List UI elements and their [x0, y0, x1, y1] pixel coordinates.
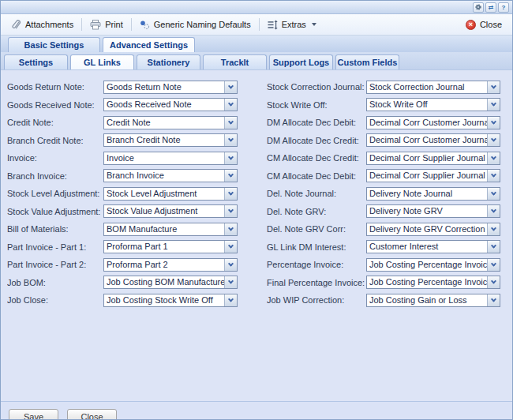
combobox-dropdown-button[interactable] [487, 134, 500, 146]
attachments-button[interactable]: Attachments [6, 17, 79, 32]
footer-close-button[interactable]: Close [67, 409, 117, 420]
combobox[interactable]: Proforma Part 1 [103, 240, 238, 253]
combobox[interactable]: Decimal Corr Supplier Journal Cre [366, 152, 500, 165]
combobox[interactable]: Delivery Note Journal [366, 187, 500, 201]
extras-button[interactable]: Extras [262, 17, 322, 32]
combobox-dropdown-button[interactable] [224, 205, 237, 217]
combobox-dropdown-button[interactable] [487, 188, 500, 200]
close-button[interactable]: × Close [460, 17, 507, 32]
combobox-dropdown-button[interactable] [487, 170, 500, 182]
combobox-dropdown-button[interactable] [487, 152, 500, 164]
chevron-down-icon [228, 83, 234, 88]
combobox[interactable]: Decimal Corr Customer Journal Cr [366, 133, 500, 147]
combobox[interactable]: Branch Credit Note [103, 133, 238, 147]
combobox-dropdown-button[interactable] [487, 241, 500, 253]
settings-window: ⇄ ? Attachments Print Generic Naming [0, 0, 513, 420]
chevron-down-icon [228, 243, 234, 249]
combobox[interactable]: Branch Invoice [103, 169, 238, 182]
combobox-dropdown-button[interactable] [487, 223, 500, 235]
gear-icon[interactable] [473, 2, 484, 13]
tab-stationery[interactable]: Stationery [137, 54, 200, 69]
combobox-dropdown-button[interactable] [224, 223, 237, 235]
combobox-value: Customer Interest [367, 241, 487, 253]
combobox[interactable]: Customer Interest [366, 240, 500, 253]
combobox-dropdown-button[interactable] [487, 259, 500, 271]
form-row: DM Allocate Dec Debit:Decimal Corr Custo… [267, 115, 500, 129]
chevron-down-icon [228, 208, 234, 213]
toolbar-separator [131, 18, 132, 31]
combobox[interactable]: Delivery Note GRV Correction [366, 223, 500, 236]
form-row: Job Close:Job Costing Stock Write Off [7, 293, 238, 307]
combobox-dropdown-button[interactable] [224, 276, 237, 288]
form-row: Goods Return Note:Goods Return Note [7, 80, 238, 94]
chevron-down-icon [228, 137, 234, 142]
combobox[interactable]: Delivery Note GRV [366, 204, 500, 218]
form-row: Bill of Materials:BOM Manufacture [7, 222, 238, 236]
save-button[interactable]: Save [9, 409, 58, 420]
combobox-dropdown-button[interactable] [487, 294, 500, 306]
refresh-icon[interactable]: ⇄ [485, 2, 496, 13]
extras-list-sort-icon [268, 20, 278, 30]
combobox-dropdown-button[interactable] [224, 81, 237, 93]
combobox-dropdown-button[interactable] [224, 117, 237, 129]
combobox[interactable]: BOM Manufacture [103, 223, 238, 236]
form-row: Credit Note:Credit Note [7, 115, 238, 129]
close-label: Close [480, 20, 502, 29]
field-label: Del. Note GRV Corr: [267, 224, 366, 234]
combobox-dropdown-button[interactable] [224, 188, 237, 200]
combobox-dropdown-button[interactable] [487, 99, 500, 111]
combobox[interactable]: Stock Correction Journal [366, 81, 500, 94]
chevron-down-icon [491, 243, 496, 249]
combobox-value: Job Costing BOM Manufacture [104, 276, 224, 288]
combobox-dropdown-button[interactable] [224, 99, 237, 111]
field-label: Stock Value Adjustment: [7, 207, 103, 216]
combobox[interactable]: Job Costing Stock Write Off [103, 294, 238, 307]
combobox[interactable]: Goods Received Note [103, 98, 238, 111]
tab-support-logs[interactable]: Support Logs [269, 54, 333, 69]
form-row: Del. Note Journal:Delivery Note Journal [267, 186, 500, 201]
combobox-dropdown-button[interactable] [224, 259, 237, 271]
combobox-dropdown-button[interactable] [224, 152, 237, 164]
help-icon[interactable]: ? [498, 2, 509, 13]
combobox-dropdown-button[interactable] [224, 134, 237, 146]
paperclip-icon [11, 20, 21, 30]
form-row: Part Invoice - Part 1:Proforma Part 1 [7, 240, 238, 254]
generic-naming-defaults-button[interactable]: Generic Naming Defaults [134, 17, 256, 32]
print-button[interactable]: Print [84, 17, 129, 32]
chevron-down-icon [228, 296, 234, 302]
combobox-dropdown-button[interactable] [487, 276, 500, 288]
combobox[interactable]: Job Costing Percentage Invoice [366, 258, 500, 272]
tab-trackit[interactable]: TrackIt [203, 54, 267, 69]
tab-basic-settings[interactable]: Basic Settings [8, 37, 100, 52]
tab-custom-fields[interactable]: Custom Fields [335, 54, 399, 69]
combobox-dropdown-button[interactable] [487, 205, 500, 217]
combobox[interactable]: Decimal Corr Customer Journal De [366, 116, 500, 129]
chevron-down-icon [312, 23, 316, 26]
combobox[interactable]: Credit Note [103, 116, 238, 129]
tab-gl-links[interactable]: GL Links [70, 54, 134, 69]
combobox[interactable]: Proforma Part 2 [103, 258, 238, 272]
tab-settings[interactable]: Settings [4, 54, 68, 69]
combobox[interactable]: Job Costing Gain or Loss [366, 294, 500, 307]
combobox-value: Stock Correction Journal [367, 81, 487, 93]
combobox-value: Proforma Part 2 [104, 259, 224, 271]
field-label: Del. Note GRV: [267, 207, 366, 216]
field-label: Part Invoice - Part 2: [7, 260, 103, 269]
combobox-dropdown-button[interactable] [487, 117, 500, 129]
attachments-label: Attachments [25, 20, 73, 29]
combobox-value: Branch Invoice [104, 170, 224, 182]
combobox-dropdown-button[interactable] [224, 294, 237, 306]
tab-advanced-settings[interactable]: Advanced Settings [103, 37, 195, 52]
form-row: GL Link DM Interest:Customer Interest [267, 240, 500, 254]
combobox[interactable]: Stock Value Adjustment [103, 204, 238, 218]
combobox-dropdown-button[interactable] [224, 241, 237, 253]
combobox[interactable]: Invoice [103, 152, 238, 165]
combobox[interactable]: Goods Return Note [103, 81, 238, 94]
combobox[interactable]: Decimal Corr Supplier Journal Cre [366, 169, 500, 182]
combobox-dropdown-button[interactable] [487, 81, 500, 93]
combobox[interactable]: Job Costing BOM Manufacture [103, 276, 238, 289]
combobox[interactable]: Stock Level Adjustment [103, 187, 238, 201]
combobox[interactable]: Stock Write Off [366, 98, 500, 111]
combobox-dropdown-button[interactable] [224, 170, 237, 182]
combobox[interactable]: Job Costing Percentage Invoice Fi [366, 276, 500, 289]
